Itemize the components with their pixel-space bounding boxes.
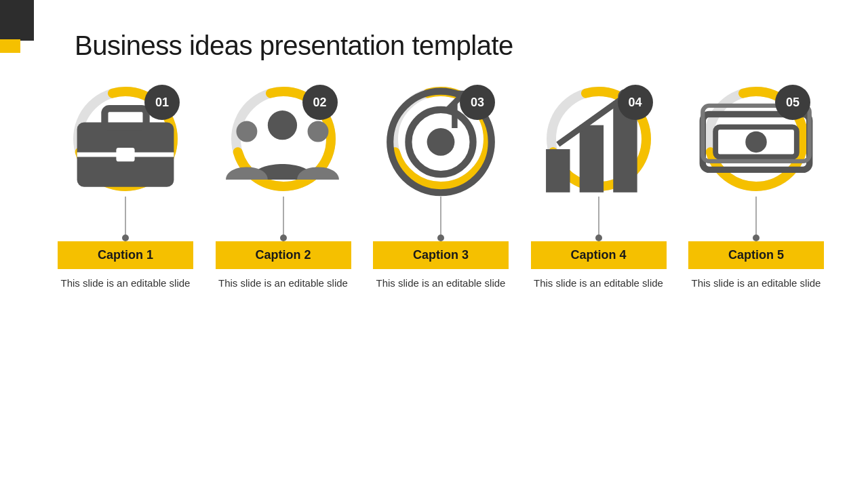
svg-rect-4 xyxy=(104,108,146,127)
items-row: 01 Caption 1 This slide is an editable s… xyxy=(54,81,827,291)
circle-5: 05 xyxy=(698,81,814,197)
svg-point-10 xyxy=(267,110,296,140)
item-1: 01 Caption 1 This slide is an editable s… xyxy=(54,81,197,291)
svg-rect-24 xyxy=(546,149,570,192)
caption-box-2: Caption 2 xyxy=(216,241,351,269)
caption-box-3: Caption 3 xyxy=(373,241,509,269)
circle-4: 04 xyxy=(541,81,656,197)
number-badge-1: 01 xyxy=(144,85,180,120)
circle-3: 03 xyxy=(383,81,498,197)
number-badge-4: 04 xyxy=(618,85,653,120)
number-badge-5: 05 xyxy=(775,85,810,120)
caption-desc-2: This slide is an editable slide xyxy=(218,276,348,291)
item-3: 03 Caption 3 This slide is an editable s… xyxy=(370,81,512,291)
item-2: 02 Caption 2 This slide is an editable s… xyxy=(212,81,355,291)
circle-2: 02 xyxy=(226,81,341,197)
svg-point-11 xyxy=(236,121,257,142)
caption-box-5: Caption 5 xyxy=(688,241,824,269)
item-5: 05 Caption 5 This slide is an editable s… xyxy=(685,81,827,291)
number-badge-3: 03 xyxy=(460,85,495,120)
caption-box-1: Caption 1 xyxy=(58,241,193,269)
caption-box-4: Caption 4 xyxy=(531,241,667,269)
caption-desc-1: This slide is an editable slide xyxy=(61,276,191,291)
caption-desc-4: This slide is an editable slide xyxy=(534,276,663,291)
slide-container: Business ideas presentation template xyxy=(0,0,868,488)
caption-desc-5: This slide is an editable slide xyxy=(692,276,821,291)
item-4: 04 Caption 4 This slide is an editable s… xyxy=(528,81,670,291)
svg-rect-25 xyxy=(579,125,603,192)
slide-title: Business ideas presentation template xyxy=(75,30,827,61)
svg-rect-6 xyxy=(116,148,134,161)
svg-point-18 xyxy=(427,128,455,156)
circle-1: 01 xyxy=(68,81,183,197)
svg-point-33 xyxy=(745,131,766,152)
svg-point-12 xyxy=(307,121,328,142)
caption-desc-3: This slide is an editable slide xyxy=(376,276,506,291)
number-badge-2: 02 xyxy=(302,85,338,120)
